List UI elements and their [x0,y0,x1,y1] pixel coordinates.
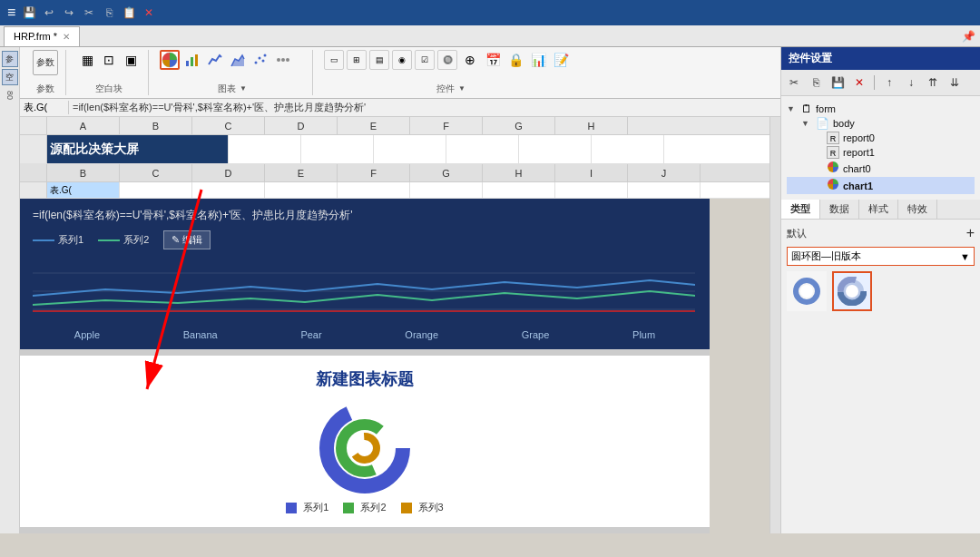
corner-header2 [20,164,47,181]
cell-3c[interactable] [192,182,265,198]
chart-dropdown-arrow[interactable]: ▼ [240,84,247,93]
tree-item-form[interactable]: ▼ 🗒 form [787,102,975,116]
dropdown-arrow-icon: ▼ [960,251,970,262]
icon-ctrl-3[interactable]: ▤ [369,50,389,70]
rp-up-btn[interactable]: ↑ [880,73,898,92]
col2-J: J [628,164,701,181]
edit-chart-button[interactable]: ✎ 编辑 [163,230,211,249]
icon-scatter-chart[interactable] [250,50,270,70]
ribbon-group-blank: ▦ ⊡ ▣ 空白块 [70,50,149,95]
props-content: 默认 + 圆环图—旧版本 ▼ [781,220,980,533]
paste-btn[interactable]: 📋 [121,5,137,21]
tab-hrp[interactable]: HRP.frm * ✕ [4,26,80,46]
icon-ctrl-1[interactable]: ▭ [324,50,344,70]
cell-1g[interactable] [592,135,664,163]
icon-blank-3[interactable]: ▣ [121,50,141,70]
col-B: B [120,117,192,134]
chart-overlay-area: =if(len($科室名称)==U'骨科',$科室名称)+'医、护患比月度趋势分… [20,199,710,533]
cell-1e[interactable] [446,135,519,163]
chart-type-donut-filled[interactable] [832,271,872,311]
icon-ctrl-4[interactable]: ◉ [392,50,412,70]
grid-row-1: 源配比决策大屏 [20,135,769,164]
vertical-scrollbar[interactable] [769,117,780,533]
title-bar: ≡ 💾 ↩ ↪ ✂ ⎘ 📋 ✕ [0,0,980,25]
tree-item-report1[interactable]: R report1 [787,145,975,160]
icon-ctrl-10[interactable]: 📊 [528,50,548,70]
cell-3g[interactable] [483,182,555,198]
tab-close-icon[interactable]: ✕ [63,32,70,42]
cut-btn[interactable]: ✂ [81,5,97,21]
pin-btn[interactable]: 📌 [960,28,976,44]
icon-area-chart[interactable] [228,50,248,70]
cell-3b[interactable] [120,182,192,198]
tab-style[interactable]: 样式 [859,200,898,219]
icon-ctrl-11[interactable]: 📝 [551,50,571,70]
add-type-btn[interactable]: + [966,225,975,241]
legend-sq-2: 系列2 [343,501,386,514]
cell-reference: 表.G( [24,101,69,114]
icon-params[interactable]: 参数 [33,50,58,75]
icon-blank-1[interactable]: ▦ [77,50,97,70]
col-D: D [265,117,338,134]
cell-3e[interactable] [338,182,410,198]
rp-bottom-btn[interactable]: ⇊ [946,73,964,92]
icon-more-chart[interactable] [273,50,293,70]
icon-ctrl-5[interactable]: ☑ [415,50,435,70]
svg-point-5 [255,62,258,64]
chart-type-dropdown[interactable]: 圆环图—旧版本 ▼ [787,247,975,266]
svg-point-8 [264,54,267,57]
tab-label: HRP.frm * [14,31,57,42]
copy-btn[interactable]: ⎘ [101,5,117,21]
group-label-controls: 控件 [436,83,455,95]
rp-copy-btn[interactable]: ⎘ [807,73,825,92]
controls-dropdown-arrow[interactable]: ▼ [458,84,466,93]
cell-1d[interactable] [374,135,446,163]
formula-content[interactable]: =if(len($科室名称)==U'骨科',$科室名称)+'医、护患比月度趋势分… [69,101,777,114]
icon-ctrl-6[interactable]: 🔘 [437,50,457,70]
svg-point-10 [281,58,285,62]
icon-blank-2[interactable]: ⊡ [99,50,119,70]
tree-item-chart1[interactable]: chart1 [787,177,975,194]
rp-cut-btn[interactable]: ✂ [785,73,803,92]
rp-down-btn[interactable]: ↓ [902,73,920,92]
tree-item-body[interactable]: ▼ 📄 body [787,116,975,131]
rp-save-btn[interactable]: 💾 [828,73,847,92]
cell-3a[interactable]: 表.G( [47,182,120,198]
cell-1f[interactable] [519,135,592,163]
legend-series1: 系列1 [33,233,83,247]
icon-ctrl-2[interactable]: ⊞ [347,50,367,70]
tab-effects[interactable]: 特效 [898,200,937,219]
canvas-scroll[interactable]: A B C D E F G H [20,117,769,533]
cell-1c[interactable] [301,135,374,163]
icon-ctrl-8[interactable]: 📅 [483,50,503,70]
tab-data[interactable]: 数据 [820,200,859,219]
cell-3f[interactable] [410,182,483,198]
sidebar-btn-1[interactable]: 参 [2,51,18,67]
cell-3h[interactable] [555,182,628,198]
tab-type[interactable]: 类型 [781,200,820,219]
icon-line-chart[interactable] [205,50,225,70]
rp-delete-btn[interactable]: ✕ [850,73,868,92]
tree-item-report0[interactable]: R report0 [787,131,975,145]
redo-btn[interactable]: ↪ [61,5,77,21]
cell-1b[interactable] [229,135,301,163]
icon-ctrl-9[interactable]: 🔒 [505,50,525,70]
tree-item-chart0[interactable]: chart0 [787,160,975,177]
chart-type-donut-outline[interactable] [787,271,827,311]
delete-btn[interactable]: ✕ [141,5,157,21]
rp-top-btn[interactable]: ⇈ [924,73,942,92]
cell-3i[interactable] [628,182,701,198]
legend-line-1 [33,239,54,241]
icon-pie-chart[interactable] [160,50,180,70]
sidebar-btn-2[interactable]: 空 [2,69,18,85]
svg-point-7 [262,60,265,63]
col2-F: F [338,164,410,181]
x-label-pear: Pear [300,329,321,340]
right-panel-toolbar: ✂ ⎘ 💾 ✕ ↑ ↓ ⇈ ⇊ [781,70,980,96]
icon-ctrl-7[interactable]: ⊕ [460,50,480,70]
undo-btn[interactable]: ↩ [41,5,57,21]
icon-bar-chart[interactable] [182,50,202,70]
save-btn[interactable]: 💾 [21,5,37,21]
title-cell[interactable]: 源配比决策大屏 [47,135,229,163]
cell-3d[interactable] [265,182,338,198]
